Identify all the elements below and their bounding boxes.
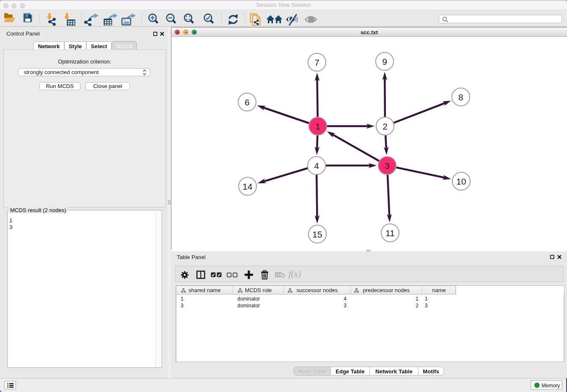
svg-text:3: 3: [385, 161, 390, 171]
svg-text:15: 15: [312, 229, 322, 239]
svg-text:10: 10: [456, 177, 466, 186]
svg-text:7: 7: [314, 58, 319, 67]
svg-text:1: 1: [315, 121, 320, 131]
svg-text:9: 9: [382, 57, 387, 66]
svg-text:14: 14: [242, 182, 253, 191]
svg-text:8: 8: [458, 92, 463, 102]
svg-text:4: 4: [314, 161, 319, 171]
svg-text:6: 6: [245, 97, 250, 107]
svg-text:2: 2: [383, 121, 388, 131]
svg-text:11: 11: [385, 228, 395, 238]
